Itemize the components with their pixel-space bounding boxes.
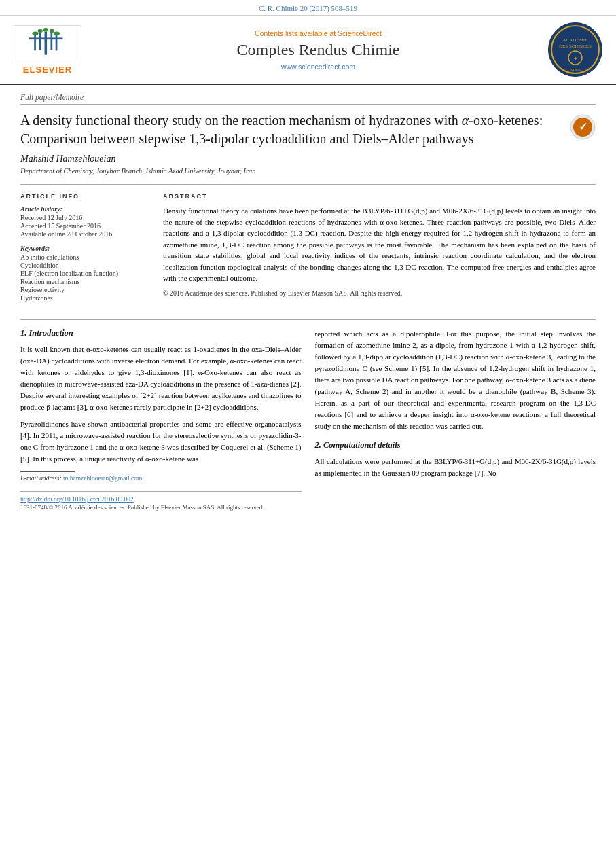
svg-rect-4 <box>56 33 58 50</box>
received-date: Received 12 July 2016 <box>20 214 149 221</box>
keyword-4: Reaction mechanisms <box>20 278 149 285</box>
elsevier-logo-box <box>14 25 81 62</box>
paper-content: Full paper/Mémoire A density functional … <box>0 85 616 524</box>
article-info-abstract-row: ARTICLE INFO Article history: Received 1… <box>20 184 596 308</box>
keyword-3: ELF (electron localization function) <box>20 270 149 277</box>
footnote-email: E-mail address: m.hamzehlooeian@gmail.co… <box>20 475 302 482</box>
keyword-6: Hydrazones <box>20 294 149 302</box>
body-col-left: 1. Introduction It is well known that α-… <box>20 328 302 511</box>
svg-rect-1 <box>45 31 48 54</box>
affiliation: Department of Chemistry, Jouybar Branch,… <box>20 167 596 175</box>
history-label: Article history: <box>20 205 149 213</box>
svg-point-9 <box>38 29 43 33</box>
doi-link[interactable]: http://dx.doi.org/10.1016/j.crci.2016.09… <box>20 496 302 503</box>
keywords-label: Keywords: <box>20 245 149 252</box>
email-link[interactable]: m.hamzehlooeian@gmail.com <box>63 475 142 482</box>
section2-body: All calculations were performed at the B… <box>315 456 596 479</box>
accepted-date: Accepted 15 September 2016 <box>20 222 149 230</box>
keyword-2: Cycloaddition <box>20 262 149 269</box>
abstract-text: Density functional theory calculations h… <box>163 205 596 298</box>
journal-citation: C. R. Chimie 20 (2017) 508–519 <box>0 0 616 16</box>
paper-title: A density functional theory study on the… <box>20 111 562 148</box>
footer-links: http://dx.doi.org/10.1016/j.crci.2016.09… <box>20 491 302 511</box>
issn-text: 1631-0748/© 2016 Académie des sciences. … <box>20 504 302 511</box>
keyword-1: Ab initio calculations <box>20 253 149 261</box>
svg-text:ACADÉMIE: ACADÉMIE <box>563 37 588 43</box>
svg-point-7 <box>33 31 39 35</box>
svg-rect-6 <box>51 31 53 50</box>
keywords-section: Keywords: Ab initio calculations Cycload… <box>20 245 149 302</box>
journal-logo-right: ACADÉMIE DES SCIENCES ✦ PARIS <box>548 22 602 77</box>
svg-text:PARIS: PARIS <box>570 68 581 72</box>
journal-title: Comptes Rendus Chimie <box>88 41 548 59</box>
keyword-5: Regioselectivity <box>20 286 149 293</box>
svg-point-10 <box>50 29 54 33</box>
section1-right-body: reported which acts as a dipolarophile. … <box>315 328 596 432</box>
svg-text:✓: ✓ <box>579 121 587 132</box>
paper-type: Full paper/Mémoire <box>20 93 596 105</box>
svg-text:✦: ✦ <box>573 56 578 62</box>
abstract-col: ABSTRACT Density functional theory calcu… <box>163 193 596 308</box>
svg-rect-0 <box>17 26 78 60</box>
svg-point-8 <box>54 31 60 35</box>
body-col-right: reported which acts as a dipolarophile. … <box>315 328 596 511</box>
body-section: 1. Introduction It is well known that α-… <box>20 319 596 511</box>
article-history: Article history: Received 12 July 2016 A… <box>20 205 149 238</box>
section1-body: It is well known that α-oxo-ketenes can … <box>20 344 302 465</box>
svg-point-11 <box>43 28 48 31</box>
section1-heading: 1. Introduction <box>20 328 302 338</box>
article-info-col: ARTICLE INFO Article history: Received 1… <box>20 193 149 308</box>
elsevier-logo: ELSEVIER <box>7 25 88 75</box>
author-name: Mahshid Hamzehloueian <box>20 154 596 164</box>
publisher-bar: ELSEVIER Contents lists available at Sci… <box>0 16 616 85</box>
body-two-col: 1. Introduction It is well known that α-… <box>20 328 596 511</box>
elsevier-brand-text: ELSEVIER <box>23 65 72 75</box>
journal-center: Contents lists available at ScienceDirec… <box>88 29 548 71</box>
available-date: Available online 28 October 2016 <box>20 230 149 238</box>
abstract-copyright: © 2016 Académie des sciences. Published … <box>163 288 596 298</box>
abstract-heading: ABSTRACT <box>163 193 596 200</box>
sciencedirect-label: Contents lists available at ScienceDirec… <box>88 29 548 37</box>
svg-text:DES SCIENCES: DES SCIENCES <box>559 43 592 49</box>
section2-heading: 2. Computational details <box>315 440 596 450</box>
footnote-divider <box>20 471 75 472</box>
journal-website: www.sciencedirect.com <box>88 62 548 71</box>
svg-rect-5 <box>39 31 41 50</box>
crossmark-icon[interactable]: ✓ <box>570 114 596 140</box>
paper-title-section: A density functional theory study on the… <box>20 111 596 148</box>
svg-rect-3 <box>34 33 36 50</box>
article-info-heading: ARTICLE INFO <box>20 193 149 200</box>
